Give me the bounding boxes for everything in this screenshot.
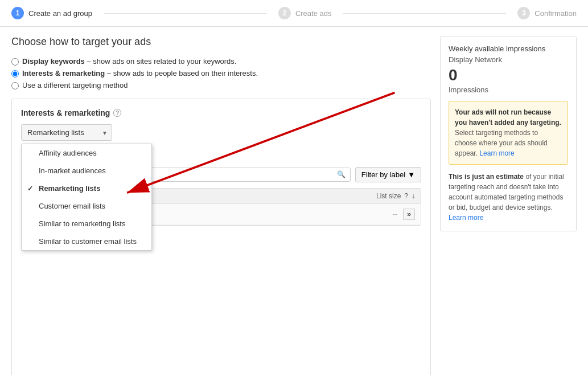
impressions-count: 0 xyxy=(449,66,568,84)
radio-different[interactable]: Use a different targeting method xyxy=(11,81,431,89)
step-2-label: Create ads xyxy=(295,9,332,18)
dropdown-select[interactable]: Remarketing lists ▼ Affinity audiences I… xyxy=(21,124,112,141)
step-line-2 xyxy=(343,13,506,14)
impressions-box: Weekly available impressions Display Net… xyxy=(440,36,577,231)
step-2-circle: 2 xyxy=(278,7,291,19)
col-list-size: List size xyxy=(376,192,401,200)
targeting-type-select[interactable]: Remarketing lists xyxy=(21,124,112,141)
step-1-circle: 1 xyxy=(11,7,24,19)
interests-help-icon[interactable]: ? xyxy=(113,109,121,117)
interests-box-wrapper: Interests & remarketing ? Remarketing li… xyxy=(11,99,431,375)
step-3[interactable]: 3 Confirmation xyxy=(517,7,577,19)
dropdown-item-customer-email[interactable]: Customer email lists xyxy=(22,197,151,215)
estimate-bold: This is just an estimate xyxy=(449,173,524,181)
dropdown-item-similar-remarketing[interactable]: Similar to remarketing lists xyxy=(22,215,151,233)
step-2[interactable]: 2 Create ads xyxy=(278,7,332,19)
dropdown-item-remarketing[interactable]: ✓ Remarketing lists xyxy=(22,180,151,197)
sort-desc-icon[interactable]: ↓ xyxy=(412,192,415,200)
step-3-circle: 3 xyxy=(517,7,530,19)
filter-button-label: Filter by label xyxy=(361,170,405,179)
targeting-options: Display keywords – show ads on sites rel… xyxy=(11,57,431,89)
warning-bold: Your ads will not run because you haven'… xyxy=(455,108,561,127)
search-icon: 🔍 xyxy=(337,170,346,178)
right-panel: Weekly available impressions Display Net… xyxy=(440,36,577,365)
dropdown-item-similar-customer[interactable]: Similar to customer email lists xyxy=(22,233,151,250)
interests-title-text: Interests & remarketing xyxy=(21,108,110,117)
dropdown-menu: Affinity audiences In-market audiences ✓… xyxy=(21,144,152,251)
radio-interests-input[interactable] xyxy=(11,70,19,78)
radio-different-label: Use a different targeting method xyxy=(22,81,128,89)
estimate-box: This is just an estimate of your initial… xyxy=(449,172,568,223)
dropdown-item-inmarket[interactable]: In-market audiences xyxy=(22,162,151,180)
inmarket-label: In-market audiences xyxy=(39,166,106,175)
radio-interests[interactable]: Interests & remarketing – show ads to pe… xyxy=(11,69,431,78)
radio-interests-label: Interests & remarketing – show ads to pe… xyxy=(22,69,258,78)
step-1[interactable]: 1 Create an ad group xyxy=(11,7,92,19)
remarketing-label: Remarketing lists xyxy=(39,184,100,193)
empty-row: -- xyxy=(393,210,398,218)
page-title: Choose how to target your ads xyxy=(11,36,431,48)
impressions-network: Display Network xyxy=(449,55,568,64)
similar-remarketing-label: Similar to remarketing lists xyxy=(39,219,125,228)
customer-email-label: Customer email lists xyxy=(39,202,105,210)
estimate-learn-more-link[interactable]: Learn more xyxy=(449,214,483,222)
impressions-label: Impressions xyxy=(449,85,568,94)
radio-keywords-label: Display keywords – show ads on sites rel… xyxy=(22,57,236,66)
step-3-label: Confirmation xyxy=(534,9,577,18)
radio-different-input[interactable] xyxy=(11,82,19,89)
radio-keywords[interactable]: Display keywords – show ads on sites rel… xyxy=(11,57,431,66)
radio-keywords-input[interactable] xyxy=(11,58,19,66)
filter-dropdown-icon: ▼ xyxy=(408,170,415,179)
warning-learn-more-link[interactable]: Learn more xyxy=(479,149,514,157)
warning-box: Your ads will not run because you haven'… xyxy=(449,101,568,165)
step-line-1 xyxy=(104,13,267,14)
interests-box: Interests & remarketing ? Remarketing li… xyxy=(11,99,431,375)
step-1-label: Create an ad group xyxy=(28,9,92,18)
filter-button[interactable]: Filter by label ▼ xyxy=(355,167,421,182)
interests-title: Interests & remarketing ? xyxy=(21,108,421,117)
checkmark-icon: ✓ xyxy=(27,185,33,193)
sort-icon[interactable]: ? xyxy=(404,192,408,200)
affinity-label: Affinity audiences xyxy=(39,149,97,157)
stepper: 1 Create an ad group 2 Create ads 3 Conf… xyxy=(0,0,588,27)
similar-customer-label: Similar to customer email lists xyxy=(39,237,137,246)
main-content: Choose how to target your ads Display ke… xyxy=(0,27,588,374)
left-panel: Choose how to target your ads Display ke… xyxy=(11,36,431,365)
dropdown-item-affinity[interactable]: Affinity audiences xyxy=(22,144,151,162)
impressions-title: Weekly available impressions xyxy=(449,44,568,53)
next-page-button[interactable]: » xyxy=(403,209,415,220)
